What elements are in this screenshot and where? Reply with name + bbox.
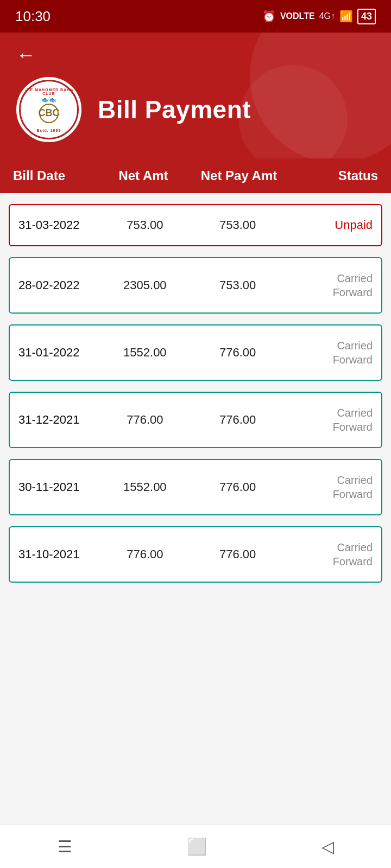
- back-nav-icon[interactable]: ◁: [321, 837, 334, 856]
- status-cell: CarriedForward: [288, 271, 373, 299]
- col-status: Status: [291, 168, 378, 183]
- home-icon[interactable]: ⬜: [187, 837, 207, 856]
- back-button[interactable]: ←: [16, 43, 43, 66]
- col-bill-date: Bill Date: [13, 168, 100, 183]
- bottom-nav: ☰ ⬜ ◁: [0, 825, 391, 868]
- net-amount: 2305.00: [103, 278, 187, 292]
- net-pay-amount: 776.00: [187, 413, 288, 427]
- net-pay-amount: 776.00: [187, 547, 288, 561]
- logo-fish-icon: 🐟🐟: [41, 97, 56, 104]
- network-4g-icon: 4G↑: [319, 11, 335, 21]
- bill-date: 31-10-2021: [18, 547, 103, 561]
- bill-date: 31-03-2022: [18, 218, 103, 232]
- logo-top-text: THE MAHOMED BAGH CLUB: [21, 88, 77, 95]
- net-amount: 776.00: [103, 547, 187, 561]
- col-net-amt: Net Amt: [100, 168, 187, 183]
- net-pay-amount: 776.00: [187, 480, 288, 494]
- status-cell: CarriedForward: [288, 406, 373, 434]
- net-amount: 1552.00: [103, 346, 187, 360]
- status-time: 10:30: [15, 8, 51, 25]
- bills-list: 31-03-2022 753.00 753.00 Unpaid 28-02-20…: [0, 193, 391, 825]
- status-bar: 10:30 ⏰ VODLTE 4G↑ 📶 43: [0, 0, 391, 33]
- menu-icon[interactable]: ☰: [58, 837, 72, 856]
- col-net-pay-amt: Net Pay Amt: [187, 168, 291, 183]
- volte-icon: VODLTE: [280, 11, 315, 21]
- net-pay-amount: 753.00: [187, 218, 288, 232]
- bill-date: 28-02-2022: [18, 278, 103, 292]
- net-amount: 753.00: [103, 218, 187, 232]
- net-pay-amount: 753.00: [187, 278, 288, 292]
- table-row[interactable]: 31-10-2021 776.00 776.00 CarriedForward: [9, 526, 382, 583]
- battery-indicator: 43: [357, 9, 376, 24]
- bill-date: 31-01-2022: [18, 346, 103, 360]
- page-title: Bill Payment: [98, 95, 251, 124]
- net-amount: 1552.00: [103, 480, 187, 494]
- net-amount: 776.00: [103, 413, 187, 427]
- alarm-icon: ⏰: [262, 10, 276, 23]
- club-logo: THE MAHOMED BAGH CLUB 🐟🐟 CBC Estd. 1899: [16, 77, 81, 142]
- bill-date: 31-12-2021: [18, 413, 103, 427]
- header: ← THE MAHOMED BAGH CLUB 🐟🐟 CBC Estd. 189…: [0, 33, 391, 158]
- table-row[interactable]: 31-12-2021 776.00 776.00 CarriedForward: [9, 392, 382, 448]
- status-cell: CarriedForward: [288, 473, 373, 501]
- table-row[interactable]: 31-01-2022 1552.00 776.00 CarriedForward: [9, 324, 382, 381]
- bill-date: 30-11-2021: [18, 480, 103, 494]
- logo-cbc-text: CBC: [39, 104, 59, 123]
- table-row[interactable]: 31-03-2022 753.00 753.00 Unpaid: [9, 204, 382, 246]
- signal-icon: 📶: [339, 10, 353, 23]
- logo-bottom-text: Estd. 1899: [37, 129, 61, 132]
- table-header: Bill Date Net Amt Net Pay Amt Status: [0, 158, 391, 193]
- table-row[interactable]: 28-02-2022 2305.00 753.00 CarriedForward: [9, 257, 382, 314]
- table-row[interactable]: 30-11-2021 1552.00 776.00 CarriedForward: [9, 459, 382, 515]
- net-pay-amount: 776.00: [187, 346, 288, 360]
- status-cell: CarriedForward: [288, 540, 373, 569]
- status-cell: CarriedForward: [288, 339, 373, 367]
- status-icons: ⏰ VODLTE 4G↑ 📶 43: [262, 9, 376, 24]
- status-cell: Unpaid: [288, 218, 373, 232]
